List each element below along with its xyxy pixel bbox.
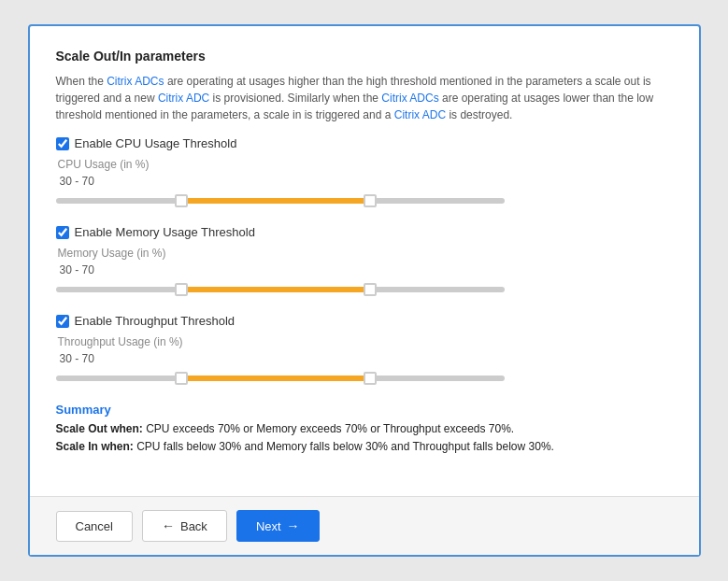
throughput-threshold-block: Enable Throughput Threshold Throughput U… — [56, 314, 673, 388]
cpu-checkbox-label: Enable CPU Usage Threshold — [75, 136, 237, 150]
cpu-range-value: 30 - 70 — [60, 175, 673, 188]
throughput-slider-thumb-right[interactable] — [364, 372, 377, 385]
cpu-checkbox[interactable] — [56, 137, 69, 150]
memory-slider-thumb-left[interactable] — [175, 283, 188, 296]
next-button[interactable]: Next — [236, 510, 320, 542]
throughput-checkbox-row[interactable]: Enable Throughput Threshold — [56, 314, 673, 328]
summary-title: Summary — [56, 403, 673, 417]
scale-dialog: Scale Out/In parameters When the Citrix … — [28, 24, 701, 557]
throughput-range-value: 30 - 70 — [60, 352, 673, 365]
summary-section: Summary Scale Out when: CPU exceeds 70% … — [56, 403, 673, 456]
throughput-slider-track — [56, 376, 505, 381]
description: When the Citrix ADCs are operating at us… — [56, 73, 673, 123]
memory-checkbox[interactable] — [56, 226, 69, 239]
throughput-usage-label: Throughput Usage (in %) — [58, 335, 673, 348]
memory-checkbox-row[interactable]: Enable Memory Usage Threshold — [56, 225, 673, 239]
cpu-slider[interactable] — [56, 191, 673, 210]
memory-range-value: 30 - 70 — [60, 263, 673, 276]
memory-threshold-block: Enable Memory Usage Threshold Memory Usa… — [56, 225, 673, 299]
cpu-slider-fill — [181, 198, 370, 204]
dialog-body: Scale Out/In parameters When the Citrix … — [30, 26, 699, 496]
throughput-slider-fill — [181, 376, 370, 381]
cpu-slider-track — [56, 198, 505, 204]
back-label: Back — [180, 519, 207, 533]
memory-checkbox-label: Enable Memory Usage Threshold — [75, 225, 255, 239]
scale-in-label: Scale In when: — [56, 440, 134, 453]
cancel-label: Cancel — [76, 519, 113, 533]
memory-slider-track — [56, 287, 505, 292]
cpu-slider-thumb-right[interactable] — [364, 194, 377, 207]
back-button[interactable]: Back — [142, 510, 227, 542]
cpu-slider-thumb-left[interactable] — [175, 194, 188, 207]
scale-in-value: CPU falls below 30% and Memory falls bel… — [136, 440, 554, 453]
memory-slider-fill — [181, 287, 370, 292]
cpu-threshold-block: Enable CPU Usage Threshold CPU Usage (in… — [56, 136, 673, 210]
throughput-checkbox[interactable] — [56, 315, 69, 328]
cpu-usage-label: CPU Usage (in %) — [58, 158, 673, 171]
back-arrow-icon — [162, 518, 175, 533]
cpu-checkbox-row[interactable]: Enable CPU Usage Threshold — [56, 136, 673, 150]
throughput-slider-thumb-left[interactable] — [175, 372, 188, 385]
next-label: Next — [256, 519, 281, 533]
section-title: Scale Out/In parameters — [56, 49, 673, 64]
throughput-slider[interactable] — [56, 369, 673, 388]
dialog-footer: Cancel Back Next — [30, 496, 699, 555]
summary-text: Scale Out when: CPU exceeds 70% or Memor… — [56, 420, 673, 456]
cancel-button[interactable]: Cancel — [56, 511, 133, 542]
next-arrow-icon — [287, 518, 300, 533]
scale-out-value: CPU exceeds 70% or Memory exceeds 70% or… — [146, 422, 514, 435]
throughput-checkbox-label: Enable Throughput Threshold — [75, 314, 236, 328]
scale-out-label: Scale Out when: — [56, 422, 143, 435]
memory-slider-thumb-right[interactable] — [364, 283, 377, 296]
memory-usage-label: Memory Usage (in %) — [58, 247, 673, 260]
memory-slider[interactable] — [56, 280, 673, 299]
